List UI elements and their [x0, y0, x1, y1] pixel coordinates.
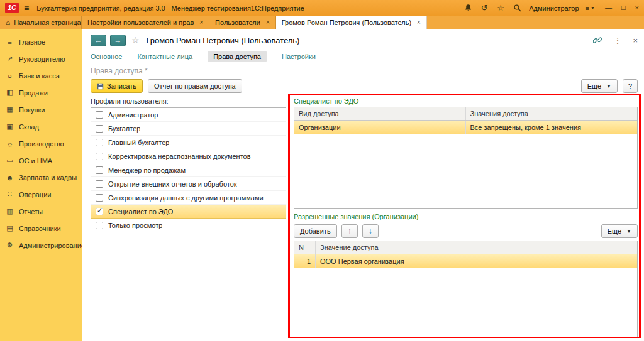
cell-row-number: 1: [294, 254, 316, 268]
profile-checkbox[interactable]: [96, 222, 103, 229]
save-button[interactable]: Записать: [91, 79, 143, 93]
more-dots-icon[interactable]: ⋮: [613, 36, 621, 45]
access-rights-report-button[interactable]: Отчет по правам доступа: [148, 79, 242, 93]
back-button[interactable]: ←: [91, 35, 106, 46]
close-tab-icon[interactable]: ×: [266, 19, 270, 26]
nav-link-nastroyki[interactable]: Настройки: [282, 53, 316, 60]
column-header-vid-dostupa[interactable]: Вид доступа: [294, 107, 466, 120]
history-icon[interactable]: ↺: [479, 3, 490, 13]
profile-row-spetsialist-po-edo[interactable]: Специалист по ЭДО: [91, 205, 286, 219]
sidebar-item-proizvodstvo[interactable]: ☼Производство: [0, 135, 82, 152]
sidebar-item-zarplata-i-kadry[interactable]: ☻Зарплата и кадры: [0, 169, 82, 186]
access-group-title: Специалист по ЭДО: [294, 97, 638, 105]
nav-link-kontaktnye-litsa[interactable]: Контактные лица: [137, 53, 192, 60]
tab-users[interactable]: Пользователи ×: [209, 16, 276, 29]
help-button[interactable]: ?: [623, 79, 638, 93]
profile-checkbox[interactable]: [96, 180, 103, 188]
sidebar-item-administrirovanie[interactable]: ⚙Администрирование: [0, 237, 82, 254]
window-title: Бухгалтерия предприятия, редакция 3.0 - …: [36, 4, 304, 12]
maximize-button[interactable]: □: [621, 4, 626, 11]
table-header: Вид доступа Значения доступа: [294, 107, 637, 121]
sidebar-item-rukovoditelyu[interactable]: ↗Руководителю: [0, 50, 82, 67]
app-window: 1С ≡ Бухгалтерия предприятия, редакция 3…: [0, 0, 644, 341]
main-menu-icon[interactable]: ≡: [24, 3, 29, 13]
move-down-button[interactable]: ↓: [362, 224, 379, 238]
access-kinds-table: Вид доступа Значения доступа Организации…: [294, 107, 638, 209]
current-user[interactable]: Администратор: [529, 4, 579, 12]
form-title: Громов Роман Петрович (Пользователь): [147, 36, 300, 45]
form-nav: Основное Контактные лица Права доступа Н…: [91, 50, 638, 63]
table-row[interactable]: 1 ООО Первая организация: [294, 254, 637, 268]
profile-row-otkrytie-vneshnih[interactable]: Открытие внешних отчетов и обработок: [91, 177, 286, 191]
profile-checkbox[interactable]: [96, 166, 103, 174]
table-row[interactable]: Организации Все запрещены, кроме 1 значе…: [294, 121, 637, 134]
chart-icon: ↗: [6, 55, 14, 63]
form-toolbar: Записать Отчет по правам доступа Еще▼ ?: [91, 78, 638, 94]
more-button[interactable]: Еще▼: [581, 79, 618, 93]
arrow-up-icon: ↑: [348, 227, 352, 235]
column-header-znacheniya-dostupa[interactable]: Значения доступа: [466, 107, 638, 120]
sidebar-item-operatsii[interactable]: ∷Операции: [0, 186, 82, 203]
sidebar-item-glavnoe[interactable]: ≡Главное: [0, 33, 82, 50]
profile-checkbox[interactable]: [96, 111, 103, 119]
sidebar-item-bank-i-kassa[interactable]: ¤Банк и касса: [0, 67, 82, 84]
forward-button[interactable]: →: [110, 35, 126, 46]
profile-checkbox[interactable]: [96, 153, 103, 160]
sections-sidebar: ≡Главное ↗Руководителю ¤Банк и касса ◧Пр…: [0, 29, 82, 341]
panes: Профили пользователя: Администратор Бухг…: [91, 97, 638, 337]
sidebar-item-pokupki[interactable]: ▦Покупки: [0, 101, 82, 118]
staff-icon: ☻: [6, 174, 14, 181]
1c-logo: 1С: [5, 3, 19, 13]
close-window-button[interactable]: ×: [635, 4, 639, 11]
tab-home[interactable]: ⌂ Начальная страница: [0, 16, 82, 29]
profile-checkbox[interactable]: [96, 194, 103, 202]
nav-link-osnovnoe[interactable]: Основное: [91, 53, 122, 60]
warehouse-icon: ▣: [6, 122, 14, 131]
table-header: N Значение доступа: [294, 241, 637, 254]
profile-checkbox[interactable]: [96, 125, 103, 133]
favorites-star-icon[interactable]: ☆: [495, 3, 506, 13]
arrow-down-icon: ↓: [369, 227, 372, 235]
notifications-bell-icon[interactable]: [462, 4, 474, 12]
column-header-znachenie-dostupa[interactable]: Значение доступа: [316, 241, 637, 254]
profile-checkbox[interactable]: [96, 139, 103, 146]
profile-row-tolko-prosmotr[interactable]: Только просмотр: [91, 219, 286, 232]
move-up-button[interactable]: ↑: [341, 224, 358, 238]
minimize-button[interactable]: —: [605, 4, 612, 11]
sidebar-item-os-i-nma[interactable]: ▭ОС и НМА: [0, 152, 82, 169]
profile-row-sinhronizatsiya[interactable]: Синхронизация данных с другими программа…: [91, 191, 286, 205]
profile-row-buhgalter[interactable]: Бухгалтер: [91, 122, 286, 136]
tab-label: Начальная страница: [14, 19, 80, 26]
window-controls: — □ ×: [605, 4, 639, 11]
column-header-n[interactable]: N: [294, 241, 316, 254]
sidebar-item-sklad[interactable]: ▣Склад: [0, 118, 82, 135]
tab-gromov-user[interactable]: Громов Роман Петрович (Пользователь) ×: [276, 16, 427, 29]
allowed-values-table: N Значение доступа 1 ООО Первая организа…: [294, 241, 638, 337]
tab-label: Пользователи: [215, 19, 260, 26]
add-button[interactable]: Добавить: [294, 224, 337, 238]
close-tab-icon[interactable]: ×: [417, 19, 421, 26]
sidebar-item-prodazhi[interactable]: ◧Продажи: [0, 84, 82, 101]
tab-user-rights-settings[interactable]: Настройки пользователей и прав ×: [82, 16, 209, 29]
close-tab-icon[interactable]: ×: [199, 19, 203, 26]
service-menu-icon[interactable]: ≡▼: [586, 4, 595, 12]
nav-link-prava-dostupa[interactable]: Права доступа: [208, 51, 267, 62]
allowed-values-toolbar: Добавить ↑ ↓ Еще▼: [294, 224, 638, 238]
allowed-more-button[interactable]: Еще▼: [601, 224, 638, 238]
profile-checkbox[interactable]: [96, 208, 103, 215]
sidebar-item-otchety[interactable]: ▥Отчеты: [0, 203, 82, 220]
profile-row-korrektirovka[interactable]: Корректировка нераспознанных документов: [91, 149, 286, 163]
main-section-icon: ≡: [6, 38, 14, 46]
profile-row-administrator[interactable]: Администратор: [91, 108, 286, 122]
search-icon[interactable]: [511, 4, 523, 12]
profile-row-menedzher-po-prodazham[interactable]: Менеджер по продажам: [91, 163, 286, 177]
close-form-icon[interactable]: ×: [633, 36, 638, 45]
get-link-icon[interactable]: [593, 36, 602, 45]
cell-access-kind: Организации: [294, 121, 466, 134]
favorite-star-icon[interactable]: ☆: [131, 35, 140, 45]
tab-label: Настройки пользователей и прав: [87, 19, 194, 26]
bank-icon: ¤: [6, 72, 14, 80]
profile-row-glavnyy-buhgalter[interactable]: Главный бухгалтер: [91, 136, 286, 149]
tab-bar: ⌂ Начальная страница Настройки пользоват…: [0, 16, 644, 29]
sidebar-item-spravochniki[interactable]: ▤Справочники: [0, 220, 82, 237]
